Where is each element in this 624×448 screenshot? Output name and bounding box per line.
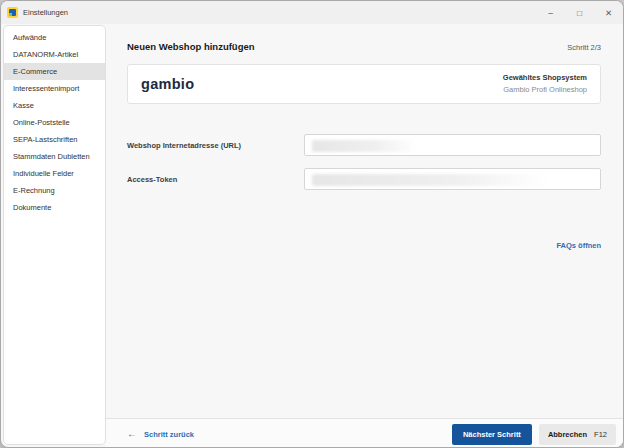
step-indicator: Schritt 2/3 (567, 43, 601, 52)
sidebar-item-e-commerce[interactable]: E-Commerce (4, 63, 105, 80)
redacted-url-value (312, 140, 417, 152)
maximize-icon[interactable]: □ (565, 1, 594, 24)
settings-sidebar: Aufwände DATANORM-Artikel E-Commerce Int… (3, 25, 106, 445)
next-step-button[interactable]: Nächster Schritt (452, 424, 532, 445)
wizard-header: Neuen Webshop hinzufügen Schritt 2/3 (127, 41, 601, 52)
sidebar-item-individuelle-felder[interactable]: Individuelle Felder (4, 165, 105, 182)
sidebar-item-kasse[interactable]: Kasse (4, 97, 105, 114)
wizard-footer: ← Schritt zurück Nächster Schritt Abbrec… (106, 418, 623, 448)
window-controls: – □ ✕ (536, 1, 623, 24)
cancel-label: Abbrechen (548, 430, 587, 439)
faq-link[interactable]: FAQs öffnen (556, 241, 601, 250)
redacted-token-value (312, 174, 549, 186)
close-icon[interactable]: ✕ (594, 1, 623, 24)
form-row-url: Webshop Internetadresse (URL) (127, 134, 601, 156)
sidebar-item-dokumente[interactable]: Dokumente (4, 199, 105, 216)
webshop-form: Webshop Internetadresse (URL) Access-Tok… (127, 134, 601, 190)
app-logo-icon (7, 7, 18, 18)
step-back-label: Schritt zurück (144, 430, 194, 439)
url-input[interactable] (304, 134, 601, 156)
gambio-logo: gambio (141, 76, 194, 92)
minimize-icon[interactable]: – (536, 1, 565, 24)
url-field-label: Webshop Internetadresse (URL) (127, 141, 304, 150)
settings-window: Einstellungen – □ ✕ Aufwände DATANORM-Ar… (0, 0, 624, 448)
arrow-left-icon: ← (127, 429, 137, 439)
cancel-shortcut: F12 (594, 430, 607, 439)
window-body: Aufwände DATANORM-Artikel E-Commerce Int… (1, 24, 623, 448)
selected-shopsystem-card: gambio Gewähltes Shopsystem Gambio Profi… (127, 64, 601, 104)
step-back-link[interactable]: ← Schritt zurück (127, 429, 194, 439)
faq-row: FAQs öffnen (127, 234, 601, 252)
shopsystem-label: Gewähltes Shopsystem (503, 72, 587, 84)
sidebar-item-sepa-lastschriften[interactable]: SEPA-Lastschriften (4, 131, 105, 148)
access-token-field-label: Access-Token (127, 175, 304, 184)
window-title: Einstellungen (23, 8, 68, 17)
shopsystem-value: Gambio Profi Onlineshop (503, 84, 587, 96)
cancel-button[interactable]: Abbrechen F12 (539, 424, 616, 445)
sidebar-item-online-poststelle[interactable]: Online-Poststelle (4, 114, 105, 131)
sidebar-item-aufwaende[interactable]: Aufwände (4, 29, 105, 46)
wizard-content: Neuen Webshop hinzufügen Schritt 2/3 gam… (106, 24, 623, 418)
main-panel: Neuen Webshop hinzufügen Schritt 2/3 gam… (106, 24, 623, 448)
access-token-input[interactable] (304, 168, 601, 190)
sidebar-item-stammdaten-dubletten[interactable]: Stammdaten Dubletten (4, 148, 105, 165)
sidebar-item-e-rechnung[interactable]: E-Rechnung (4, 182, 105, 199)
sidebar-item-interessentenimport[interactable]: Interessentenimport (4, 80, 105, 97)
sidebar-item-datanorm-artikel[interactable]: DATANORM-Artikel (4, 46, 105, 63)
shopsystem-meta: Gewähltes Shopsystem Gambio Profi Online… (503, 72, 587, 95)
page-title: Neuen Webshop hinzufügen (127, 41, 255, 52)
titlebar: Einstellungen – □ ✕ (1, 1, 623, 24)
form-row-access-token: Access-Token (127, 168, 601, 190)
